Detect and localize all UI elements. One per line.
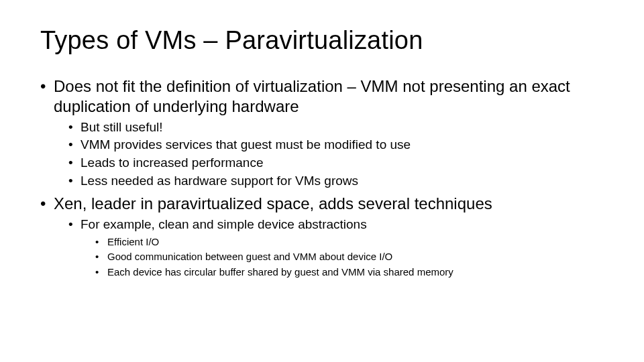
bullet-level1: Xen, leader in paravirtualized space, ad…	[54, 194, 604, 279]
slide-title: Types of VMs – Paravirtualization	[40, 27, 604, 55]
bullet-sublist: For example, clean and simple device abs…	[80, 217, 604, 279]
bullet-sublist: Efficient I/O Good communication between…	[107, 235, 604, 279]
bullet-sublist: But still useful! VMM provides services …	[80, 119, 604, 190]
bullet-level2: Leads to increased performance	[80, 155, 604, 172]
bullet-level3: Efficient I/O	[107, 235, 604, 249]
bullet-level2: For example, clean and simple device abs…	[80, 217, 604, 279]
bullet-level3: Good communication between guest and VMM…	[107, 250, 604, 263]
bullet-level2: But still useful!	[80, 119, 604, 136]
bullet-text: For example, clean and simple device abs…	[80, 217, 367, 231]
bullet-level3: Each device has circular buffer shared b…	[107, 265, 604, 279]
bullet-level1: Does not fit the definition of virtualiz…	[54, 76, 604, 190]
bullet-level2: VMM provides services that guest must be…	[80, 137, 604, 154]
bullet-text: Xen, leader in paravirtualized space, ad…	[54, 194, 492, 213]
bullet-text: Does not fit the definition of virtualiz…	[54, 77, 570, 115]
slide: Types of VMs – Paravirtualization Does n…	[0, 0, 644, 362]
bullet-list: Does not fit the definition of virtualiz…	[54, 76, 604, 279]
bullet-level2: Less needed as hardware support for VMs …	[80, 173, 604, 190]
